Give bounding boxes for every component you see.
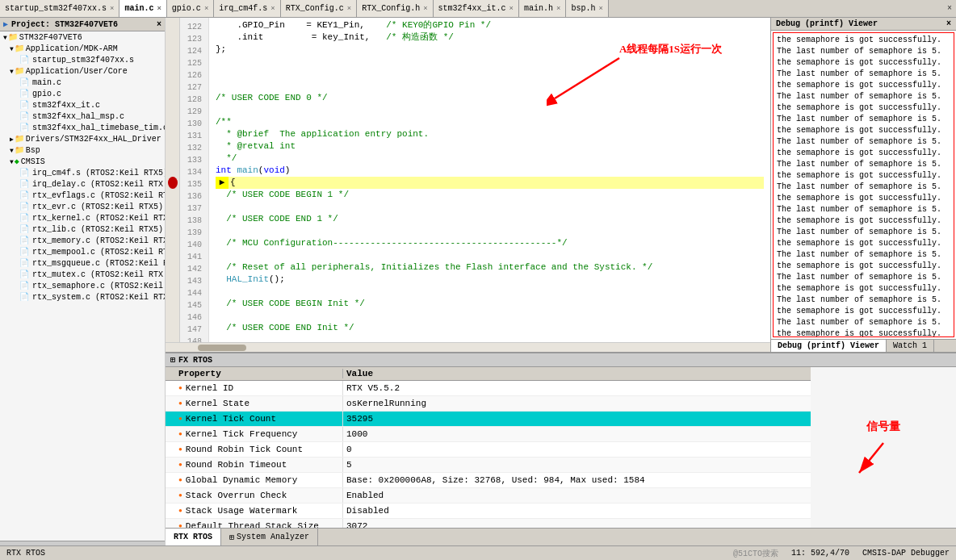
sidebar-item-stm32it[interactable]: 📄 stm32f4xx_it.c [0,99,165,111]
close-icon[interactable]: × [423,5,427,13]
tab-system-analyzer[interactable]: ⊞ System Analyzer [221,529,318,545]
code-line-144 [216,286,764,298]
close-icon[interactable]: × [347,5,351,13]
sidebar-item-evflags[interactable]: 📄 rtx_evflags.c (RTOS2:Keil RT [0,190,165,201]
sidebar-item-gpio-c[interactable]: 📄 gpio.c [0,88,165,99]
rtos-row-kernelstate[interactable]: ● Kernel State osKernelRunning [166,396,811,412]
rtos-row-kernelid[interactable]: ● Kernel ID RTX V5.5.2 [166,381,811,396]
main-layout: ▶ Project: STM32F407VET6 × ▼ 📁 STM32F407… [0,18,956,545]
tab-rtxconfig-c[interactable]: RTX_Config.c × [281,0,357,17]
file-icon: 📄 [19,258,29,268]
code-line-122: .GPIO_Pin = KEY1_Pin, /* KEY0的GPIO Pin *… [216,19,764,31]
rtos-row-tickcount[interactable]: ● Kernel Tick Count 35295 [166,412,811,427]
close-icon[interactable]: × [556,5,560,13]
scrollbar-thumb[interactable] [198,345,246,351]
rtos-row-stackoverflow[interactable]: ● Stack Overrun Check Enabled [166,488,811,504]
code-line-134: int main(void) [216,165,764,177]
sidebar-item-irqdelay[interactable]: 📄 irq_delay.c (RTOS2:Keil RTX [0,178,165,190]
tab-rtxconfig-h[interactable]: RTX_Config.h × [357,0,433,17]
rtos-row-dynmem[interactable]: ● Global Dynamic Memory Base: 0x200006A8… [166,473,811,488]
file-icon: 📄 [19,77,29,87]
sidebar-item-cmsis[interactable]: ▼ ◆ CMSIS [0,156,165,167]
close-icon[interactable]: × [157,20,161,29]
tab-mainh[interactable]: main.h × [519,0,566,17]
sidebar-item-usercore[interactable]: ▼ 📁 Application/User/Core [0,65,165,77]
sidebar-item-halmsp[interactable]: 📄 stm32f4xx_hal_msp.c [0,111,165,122]
close-icon[interactable]: × [204,5,208,13]
code-line-130: /** [216,116,764,128]
debug-line: the semaphore is got successfully. [777,328,950,337]
sidebar-item-mutex[interactable]: 📄 rtx_mutex.c (RTOS2:Keil RTX [0,269,165,280]
close-icon[interactable]: × [157,5,161,13]
sidebar-item-memory[interactable]: 📄 rtx_memory.c (RTOS2:Keil RTX [0,235,165,246]
rtos-table[interactable]: ● Kernel ID RTX V5.5.2 ● Kernel State os… [166,381,811,528]
folder-icon: 📁 [15,44,24,53]
sidebar-item-startup[interactable]: 📄 startup_stm32f407xx.s [0,54,165,65]
sidebar-item-root[interactable]: ▼ 📁 STM32F407VET6 [0,31,165,43]
debug-panel-header: Debug (printf) Viewer × [771,18,956,31]
sidebar-item-kernel[interactable]: 📄 rtx_kernel.c (RTOS2:Keil RTX [0,212,165,224]
debug-line: The last number of semaphore is 5. [777,159,950,170]
folder-icon: 📁 [15,134,24,144]
rtos-row-tickfreq[interactable]: ● Kernel Tick Frequency 1000 [166,427,811,442]
sidebar-item-evr[interactable]: 📄 rtx_evr.c (RTOS2:Keil RTX5) [0,201,165,212]
sidebar-item-system[interactable]: 📄 rtx_system.c (RTOS2:Keil RTX [0,291,165,303]
tab-watch-1[interactable]: Watch 1 [887,340,934,352]
tab-irq[interactable]: irq_cm4f.s × [214,0,280,17]
rtos-table-header: Property Value [166,367,811,381]
debug-line: The last number of semaphore is 5. [777,91,950,102]
debug-line: the semaphore is got successfully. [777,80,950,91]
code-line-141 [216,249,764,261]
sidebar-item-main-c[interactable]: 📄 main.c [0,77,165,88]
debug-line: the semaphore is got successfully. [777,125,950,136]
tab-rtx-rtos[interactable]: RTX RTOS [166,529,221,545]
close-icon[interactable]: × [270,5,275,13]
debug-line: the semaphore is got successfully. [777,57,950,69]
code-line-133: */ [216,153,764,165]
debug-panel-close[interactable]: × [946,19,951,28]
debug-line: The last number of semaphore is 5. [777,295,950,306]
sidebar-item-hal-driver[interactable]: ▶ 📁 Drivers/STM32F4xx_HAL_Driver [0,133,165,144]
project-icon: ▶ [3,19,8,29]
tab-debug-printf[interactable]: Debug (printf) Viewer [771,340,887,352]
tab-bsph[interactable]: bsp.h × [566,0,608,17]
tab-stm32it[interactable]: stm32f4xx_it.c × [434,0,519,17]
debug-line: the semaphore is got successfully. [777,215,950,227]
rtos-header: ⊞ FX RTOS [166,353,956,367]
sidebar-item-semaphore[interactable]: 📄 rtx_semaphore.c (RTOS2:Keil [0,280,165,291]
close-icon[interactable]: × [509,5,514,13]
debug-panel-tabs: Debug (printf) Viewer Watch 1 [771,339,956,352]
code-line-129 [216,104,764,116]
code-line-137 [216,201,764,213]
svg-line-3 [859,443,883,473]
rtos-row-stackwatermark[interactable]: ● Stack Usage Watermark Disabled [166,504,811,519]
sidebar-item-timebase[interactable]: 📄 stm32f4xx_hal_timebase_tim.c [0,122,165,133]
debug-line: the semaphore is got successfully. [777,283,950,295]
breakpoint-marker [168,177,178,189]
tab-gpio[interactable]: gpio.c × [167,0,214,17]
horizontal-scrollbar[interactable] [166,342,770,352]
panel-close-button[interactable]: × [943,2,956,15]
tab-startup[interactable]: startup_stm32f407xx.s × [0,0,120,17]
sidebar-item-mdk[interactable]: ▼ 📁 Application/MDK-ARM [0,43,165,54]
rtos-row-robintick[interactable]: ● Round Robin Tick Count 0 [166,442,811,458]
tab-main[interactable]: main.c × [120,0,166,17]
file-icon: 📄 [19,224,29,234]
sidebar-item-irqcm4[interactable]: 📄 irq_cm4f.s (RTOS2:Keil RTX5) [0,167,165,178]
sem-annotation-text: 信号量 [866,420,900,434]
sidebar-item-bsp[interactable]: ▼ 📁 Bsp [0,144,165,156]
close-icon[interactable]: × [598,5,602,13]
rtos-row-robintimeout[interactable]: ● Round Robin Timeout 5 [166,458,811,473]
rtos-row-defaultstack[interactable]: ● Default Thread Stack Size 3072 [166,519,811,528]
sidebar-item-mempool[interactable]: 📄 rtx_mempool.c (RTOS2:Keil RT [0,246,165,257]
close-icon[interactable]: × [110,5,114,13]
debug-line: The last number of semaphore is 5. [777,69,950,80]
sidebar-item-lib[interactable]: 📄 rtx_lib.c (RTOS2:Keil RTX5) [0,224,165,235]
code-line-139 [216,225,764,237]
file-icon: 📄 [19,236,29,245]
debug-line: the semaphore is got successfully. [777,102,950,114]
sidebar-item-msgqueue[interactable]: 📄 rtx_msgqueue.c (RTOS2:Keil R [0,257,165,269]
debug-output[interactable]: the semaphore is got successfully. The l… [773,32,954,337]
bullet-icon: ● [178,427,182,441]
code-text[interactable]: .GPIO_Pin = KEY1_Pin, /* KEY0的GPIO Pin *… [209,18,770,342]
